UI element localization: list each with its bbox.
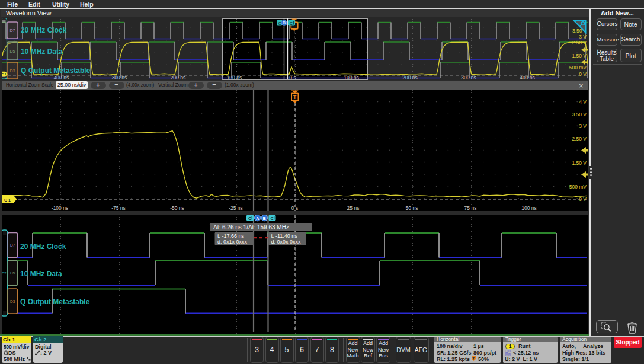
svg-text:25 ns: 25 ns: [347, 205, 360, 211]
svg-text:t: -11.40 ns: t: -11.40 ns: [271, 233, 298, 239]
svg-text:d: 0x0x 0xxx: d: 0x0x 0xxx: [271, 239, 302, 245]
svg-text:D3: D3: [10, 69, 15, 73]
svg-text:A: A: [256, 216, 259, 221]
svg-text:d: 0x1x 0xxx: d: 0x1x 0xxx: [217, 239, 248, 245]
svg-text:C2: C2: [2, 49, 7, 53]
svg-text:50 ns: 50 ns: [406, 205, 418, 211]
svg-text:0 s: 0 s: [291, 205, 298, 211]
svg-text:-75 ns: -75 ns: [111, 205, 126, 211]
svg-text:C 1: C 1: [4, 198, 11, 202]
svg-text:400 ns: 400 ns: [520, 75, 535, 80]
svg-text:3 V: 3 V: [579, 123, 587, 129]
svg-text:1.50 V: 1.50 V: [572, 160, 587, 166]
svg-text:0 V: 0 V: [579, 196, 587, 202]
svg-text:2.50 V: 2.50 V: [572, 40, 587, 46]
svg-text:500 mV: 500 mV: [569, 65, 587, 71]
svg-text:-200 ns: -200 ns: [169, 75, 185, 80]
svg-text:4 V: 4 V: [579, 99, 587, 105]
svg-text:C 1: C 1: [2, 72, 7, 76]
svg-text:75 ns: 75 ns: [464, 205, 477, 211]
svg-text:0 s: 0 s: [289, 75, 296, 80]
svg-text:Q Output Metastable: Q Output Metastable: [21, 66, 91, 75]
svg-text:C2: C2: [2, 272, 7, 275]
svg-text:D3: D3: [10, 299, 15, 304]
svg-text:500 mV: 500 mV: [569, 184, 587, 190]
svg-text:Δt: 6.26 ns 1/Δt: 159.63 MHz: Δt: 6.26 ns 1/Δt: 159.63 MHz: [213, 224, 289, 231]
svg-text:D5: D5: [10, 49, 15, 53]
svg-text:1.50 V: 1.50 V: [572, 53, 587, 59]
svg-text:-300 ns: -300 ns: [110, 75, 127, 80]
svg-text:20 MHz Clock: 20 MHz Clock: [20, 242, 66, 251]
svg-text:C: C: [290, 21, 293, 26]
svg-text:10 MHz Data: 10 MHz Data: [21, 47, 63, 56]
svg-text:-100 ns: -100 ns: [52, 205, 68, 211]
svg-text:200 ns: 200 ns: [402, 75, 418, 80]
svg-text:Q Output Metastable: Q Output Metastable: [20, 298, 90, 306]
svg-text:t: -17.66 ns: t: -17.66 ns: [217, 233, 245, 239]
svg-text:-100 ns: -100 ns: [225, 75, 242, 80]
svg-text:3 V: 3 V: [579, 34, 587, 40]
svg-text:D7: D7: [10, 28, 15, 33]
svg-text:B: B: [283, 21, 286, 25]
svg-text:100 ns: 100 ns: [344, 75, 359, 80]
svg-text:-25 ns: -25 ns: [229, 205, 243, 211]
svg-text:D5: D5: [10, 271, 15, 275]
svg-text:C: C: [271, 216, 274, 221]
svg-text:100 ns: 100 ns: [521, 205, 537, 211]
svg-text:-50 ns: -50 ns: [170, 205, 184, 211]
svg-text:T: T: [293, 94, 297, 100]
svg-text:3.50 V: 3.50 V: [572, 111, 587, 117]
svg-text:300 ns: 300 ns: [461, 75, 476, 80]
svg-text:C: C: [248, 216, 252, 221]
svg-text:20 MHz Clock: 20 MHz Clock: [21, 26, 67, 34]
svg-text:10 MHz Data: 10 MHz Data: [20, 270, 62, 278]
svg-text:B: B: [262, 216, 266, 221]
svg-text:0 V: 0 V: [579, 71, 587, 77]
svg-text:-400 ns: -400 ns: [52, 75, 69, 80]
svg-text:2.50 V: 2.50 V: [572, 136, 587, 142]
svg-text:D7: D7: [10, 243, 15, 247]
svg-text:3.50: 3.50: [572, 28, 582, 34]
